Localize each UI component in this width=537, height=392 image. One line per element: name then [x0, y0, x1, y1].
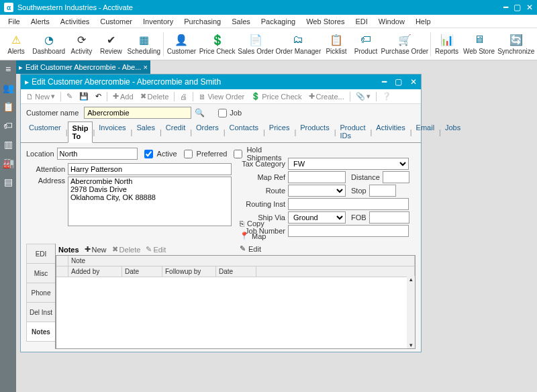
tool-dashboard[interactable]: ◔Dashboard: [31, 32, 66, 56]
tool-product[interactable]: 🏷Product: [351, 32, 381, 56]
tab-prices[interactable]: Prices: [265, 121, 295, 142]
customer-name-input[interactable]: [84, 107, 191, 119]
col-note[interactable]: Note: [68, 256, 415, 266]
menu-file[interactable]: File: [3, 16, 26, 27]
menu-edi[interactable]: EDI: [350, 16, 373, 27]
print-button[interactable]: 🖨: [177, 92, 190, 101]
tool-activity[interactable]: ⟳Activity: [66, 32, 96, 56]
menu-inventory[interactable]: Inventory: [138, 16, 179, 27]
edit-button[interactable]: ✎: [64, 91, 75, 101]
hamburger-icon[interactable]: ≡: [2, 63, 14, 75]
minimize-icon[interactable]: ━: [503, 3, 508, 12]
menu-customer[interactable]: Customer: [95, 16, 138, 27]
job-checkbox[interactable]: [218, 109, 227, 117]
clipboard-icon[interactable]: 📋: [2, 101, 14, 113]
mdi-tab-close-icon[interactable]: ×: [144, 63, 148, 71]
notes-edit-button[interactable]: ✎Edit: [146, 245, 166, 254]
attention-input[interactable]: [68, 163, 232, 175]
view-order-button[interactable]: 🗎View Order: [196, 92, 247, 101]
tool-purchase-order[interactable]: 🛒Purchase Order: [381, 32, 429, 56]
map-link[interactable]: 📍Map: [240, 232, 266, 240]
fob-input[interactable]: [369, 211, 409, 224]
help-button[interactable]: ❔: [379, 91, 394, 101]
delete-button[interactable]: ✖Delete: [138, 91, 172, 101]
tool-alerts[interactable]: ⚠Alerts: [1, 32, 31, 56]
search-icon[interactable]: 🔍: [194, 108, 205, 117]
distance-input[interactable]: [383, 171, 409, 183]
tool-picklist[interactable]: 📋Picklist: [322, 32, 351, 56]
tool-sales-order[interactable]: 📄Sales Order: [236, 32, 275, 56]
new-button[interactable]: 🗋New▾: [23, 91, 58, 101]
notes-delete-button[interactable]: ✖Delete: [112, 245, 141, 254]
menu-window[interactable]: Window: [373, 16, 410, 27]
factory-icon[interactable]: 🏭: [2, 157, 14, 169]
tab-activities[interactable]: Activities: [372, 121, 409, 142]
tab-customer[interactable]: Customer: [25, 121, 66, 142]
job-number-input[interactable]: [288, 225, 409, 237]
tab-products[interactable]: Products: [296, 121, 334, 142]
create-button[interactable]: ✚Create...: [306, 91, 347, 101]
active-checkbox[interactable]: [144, 150, 153, 158]
tab-invoices[interactable]: Invoices: [95, 121, 130, 142]
tab-email[interactable]: Email: [412, 121, 440, 142]
tab-credit[interactable]: Credit: [162, 121, 190, 142]
tool-review[interactable]: ✔Review: [96, 32, 126, 56]
vtab-phone[interactable]: Phone: [26, 283, 55, 303]
tab-jobs[interactable]: Jobs: [441, 121, 465, 142]
tool-reports[interactable]: 📊Reports: [432, 32, 462, 56]
maximize-icon[interactable]: ▢: [514, 3, 521, 12]
map-ref-input[interactable]: [288, 171, 346, 183]
routing-inst-input[interactable]: [288, 198, 409, 210]
route-select[interactable]: [288, 185, 346, 197]
location-input[interactable]: [57, 148, 138, 160]
vtab-del-inst[interactable]: Del Inst: [26, 302, 55, 322]
tool-order-manager[interactable]: 🗂Order Manager: [275, 32, 322, 56]
chart-icon[interactable]: ▥: [2, 138, 14, 150]
tab-contacts[interactable]: Contacts: [226, 121, 263, 142]
people-icon[interactable]: 👥: [2, 82, 14, 94]
add-button[interactable]: ✚Add: [110, 91, 136, 101]
menu-sales[interactable]: Sales: [226, 16, 256, 27]
vtab-edi[interactable]: EDI: [26, 244, 55, 264]
save-button[interactable]: 💾: [77, 91, 91, 101]
price-check-button[interactable]: 💲Price Check: [248, 91, 304, 101]
col-added-by[interactable]: Added by: [68, 266, 122, 277]
ship-via-select[interactable]: Ground: [288, 211, 346, 224]
vtab-notes[interactable]: Notes: [26, 322, 55, 342]
col-date1[interactable]: Date: [122, 266, 162, 277]
tag-icon[interactable]: 🏷: [2, 119, 14, 132]
tool-synchronize[interactable]: 🔄Synchronize: [496, 32, 536, 56]
tool-web-store[interactable]: 🖥Web Store: [462, 32, 497, 56]
stop-input[interactable]: [369, 185, 396, 197]
menu-web stores[interactable]: Web Stores: [301, 16, 350, 27]
address-textarea[interactable]: [68, 177, 232, 226]
child-close-icon[interactable]: ✕: [410, 77, 417, 87]
tab-orders[interactable]: Orders: [192, 121, 224, 142]
preferred-checkbox[interactable]: [184, 150, 193, 158]
grid-scrollbar[interactable]: ▴▾: [407, 276, 415, 348]
copy-link[interactable]: ⎘Copy: [240, 219, 266, 228]
child-minimize-icon[interactable]: ━: [382, 77, 387, 87]
menu-activities[interactable]: Activities: [55, 16, 95, 27]
attach-button[interactable]: 📎▾: [353, 91, 373, 101]
undo-button[interactable]: ↶: [93, 91, 104, 101]
menu-packaging[interactable]: Packaging: [256, 16, 301, 27]
tool-customer[interactable]: 👤Customer: [165, 32, 198, 56]
menu-purchasing[interactable]: Purchasing: [179, 16, 226, 27]
tool-scheduling[interactable]: ▦Scheduling: [126, 32, 162, 56]
col-followup[interactable]: Followup by: [162, 266, 216, 277]
edit-link[interactable]: ✎Edit: [240, 244, 266, 253]
scroll-down-icon[interactable]: ▾: [409, 342, 413, 348]
vtab-misc[interactable]: Misc: [26, 263, 55, 283]
tab-product-ids[interactable]: Product IDs: [336, 121, 371, 142]
notes-new-button[interactable]: ✚New: [85, 245, 107, 254]
scroll-up-icon[interactable]: ▴: [409, 276, 413, 283]
tab-ship-to[interactable]: Ship To: [68, 121, 93, 143]
tax-category-select[interactable]: FW: [288, 158, 409, 170]
menu-alerts[interactable]: Alerts: [26, 16, 55, 27]
child-maximize-icon[interactable]: ▢: [395, 77, 402, 87]
close-icon[interactable]: ✕: [526, 3, 533, 12]
mdi-tab[interactable]: ▸ Edit Customer Abercrombie - Abe... ×: [16, 60, 150, 74]
tool-price-check[interactable]: 💲Price Check: [198, 32, 237, 56]
notebook-icon[interactable]: ▤: [2, 176, 14, 188]
